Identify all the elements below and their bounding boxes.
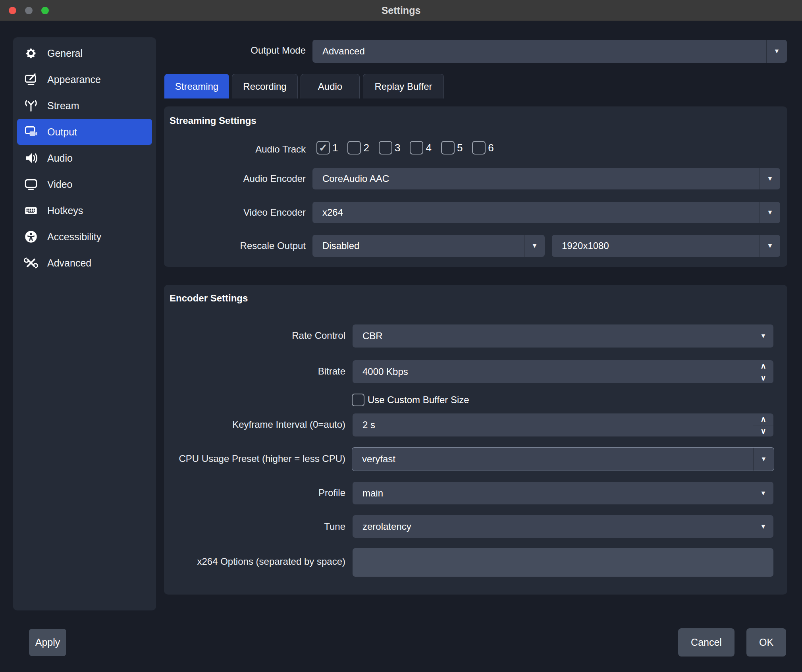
sidebar-item-output[interactable]: Output	[17, 119, 152, 145]
tab-audio[interactable]: Audio	[301, 74, 360, 98]
checkbox-label: 3	[395, 142, 400, 154]
checkbox-label: 5	[457, 142, 463, 154]
rate-control-select[interactable]: CBR ▼	[353, 324, 773, 348]
tune-label: Tune	[0, 521, 345, 532]
checkbox[interactable]	[472, 141, 486, 154]
apply-button[interactable]: Apply	[29, 629, 66, 656]
checkbox-label: Use Custom Buffer Size	[368, 394, 469, 406]
traffic-lights	[9, 0, 49, 21]
video-encoder-value: x264	[312, 207, 343, 218]
tab-streaming[interactable]: Streaming	[164, 74, 229, 98]
tab-recording[interactable]: Recording	[232, 74, 298, 98]
appearance-icon	[23, 72, 39, 87]
advanced-icon	[23, 255, 39, 270]
cpu-usage-preset-label: CPU Usage Preset (higher = less CPU)	[0, 453, 345, 464]
rescale-output-value: Disabled	[312, 240, 359, 251]
tab-label: Streaming	[175, 81, 218, 92]
titlebar[interactable]: Settings	[0, 0, 802, 21]
use-custom-buffer-size-checkbox[interactable]: Use Custom Buffer Size	[352, 394, 469, 406]
spinner-down-icon[interactable]: ∨	[753, 425, 773, 437]
audio-track-3[interactable]: 3	[379, 141, 400, 154]
output-mode-value: Advanced	[312, 46, 365, 57]
rescale-output-label: Rescale Output	[0, 240, 306, 251]
minimize-window-button[interactable]	[25, 7, 33, 14]
use-custom-buffer-size-row: Use Custom Buffer Size	[352, 394, 469, 406]
sidebar-item-appearance[interactable]: Appearance	[17, 66, 152, 93]
ok-button-label: OK	[759, 637, 773, 648]
sidebar-item-stream[interactable]: Stream	[17, 93, 152, 119]
spinner-buttons: ∧∨	[753, 413, 773, 436]
zoom-window-button[interactable]	[41, 7, 49, 14]
profile-value: main	[353, 488, 383, 499]
tune-select[interactable]: zerolatency ▼	[353, 515, 773, 538]
audio-track-4[interactable]: 4	[410, 141, 431, 154]
audio-track-checkboxes: ✓1 2 3 4 5 6	[316, 141, 503, 154]
chevron-down-icon[interactable]: ▼	[753, 515, 773, 538]
cancel-button[interactable]: Cancel	[678, 628, 735, 657]
sidebar-item-label: Stream	[47, 100, 79, 112]
tab-label: Replay Buffer	[375, 81, 432, 92]
bitrate-stepper[interactable]: 4000 Kbps ∧∨	[353, 360, 773, 383]
x264-options-input[interactable]	[353, 548, 773, 577]
settings-window: Settings General Appearance Stream	[0, 0, 802, 672]
chevron-down-icon[interactable]: ▼	[753, 482, 773, 504]
chevron-down-icon[interactable]: ▼	[753, 448, 774, 471]
checkbox-label: 4	[426, 142, 431, 154]
sidebar-item-label: Appearance	[47, 74, 101, 85]
tab-label: Recording	[243, 81, 286, 92]
audio-track-1[interactable]: ✓1	[316, 141, 338, 154]
checkbox[interactable]	[352, 394, 364, 406]
stream-icon	[23, 98, 39, 113]
tab-replay-buffer[interactable]: Replay Buffer	[363, 74, 444, 98]
checkbox-checked[interactable]: ✓	[316, 141, 330, 154]
checkbox-label: 6	[488, 142, 494, 154]
rescale-resolution-value: 1920x1080	[552, 240, 609, 251]
profile-select[interactable]: main ▼	[353, 482, 773, 504]
video-encoder-select[interactable]: x264 ▼	[312, 202, 780, 223]
cpu-usage-preset-select[interactable]: veryfast ▼	[352, 447, 774, 471]
bitrate-label: Bitrate	[0, 366, 345, 377]
output-mode-select[interactable]: Advanced ▼	[312, 40, 787, 63]
audio-track-5[interactable]: 5	[441, 141, 463, 154]
checkbox[interactable]	[347, 141, 361, 154]
audio-track-2[interactable]: 2	[347, 141, 369, 154]
profile-label: Profile	[0, 487, 345, 498]
rate-control-value: CBR	[353, 330, 383, 342]
checkbox[interactable]	[379, 141, 392, 154]
audio-encoder-value: CoreAudio AAC	[312, 173, 389, 184]
audio-track-6[interactable]: 6	[472, 141, 494, 154]
checkbox[interactable]	[410, 141, 423, 154]
apply-button-label: Apply	[35, 637, 60, 648]
chevron-down-icon[interactable]: ▼	[524, 235, 545, 257]
rescale-output-select[interactable]: Disabled ▼	[312, 235, 545, 257]
spinner-up-icon[interactable]: ∧	[753, 360, 773, 372]
x264-options-label: x264 Options (separated by space)	[0, 556, 345, 567]
rate-control-label: Rate Control	[0, 330, 345, 341]
rescale-resolution-select[interactable]: 1920x1080 ▼	[552, 235, 780, 257]
keyframe-interval-label: Keyframe Interval (0=auto)	[0, 419, 345, 430]
sidebar-item-label: Output	[47, 126, 77, 138]
output-icon	[23, 124, 39, 139]
checkbox-label: 2	[363, 142, 369, 154]
sidebar-item-advanced[interactable]: Advanced	[17, 250, 152, 276]
keyframe-interval-value: 2 s	[353, 419, 375, 431]
ok-button[interactable]: OK	[746, 628, 786, 657]
tune-value: zerolatency	[353, 521, 411, 532]
spinner-down-icon[interactable]: ∨	[753, 372, 773, 384]
chevron-down-icon[interactable]: ▼	[760, 235, 780, 257]
output-mode-label: Output Mode	[0, 45, 306, 56]
chevron-down-icon[interactable]: ▼	[760, 168, 780, 189]
keyframe-interval-stepper[interactable]: 2 s ∧∨	[353, 413, 773, 436]
cpu-usage-preset-value: veryfast	[352, 454, 395, 465]
encoder-settings-title: Encoder Settings	[170, 293, 248, 304]
checkbox[interactable]	[441, 141, 455, 154]
chevron-down-icon[interactable]: ▼	[766, 40, 787, 63]
close-window-button[interactable]	[9, 7, 16, 14]
tab-label: Audio	[318, 81, 342, 92]
audio-encoder-select[interactable]: CoreAudio AAC ▼	[312, 168, 780, 189]
spinner-up-icon[interactable]: ∧	[753, 413, 773, 425]
chevron-down-icon[interactable]: ▼	[760, 202, 780, 223]
streaming-settings-title: Streaming Settings	[170, 115, 256, 126]
sidebar-item-label: Advanced	[47, 257, 91, 269]
chevron-down-icon[interactable]: ▼	[753, 324, 773, 348]
